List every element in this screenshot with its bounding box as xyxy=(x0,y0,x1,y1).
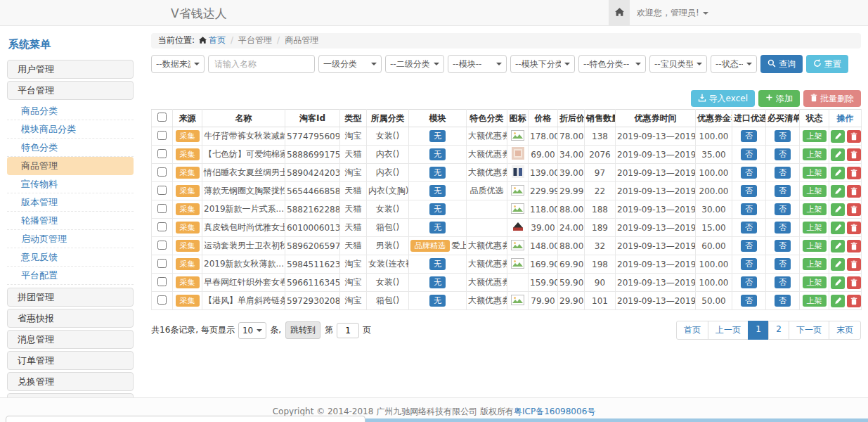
import-choice-toggle[interactable]: 否 xyxy=(741,295,757,307)
delete-button[interactable] xyxy=(847,295,861,307)
must-buy-toggle[interactable]: 否 xyxy=(775,240,791,252)
edit-button[interactable] xyxy=(831,295,845,307)
edit-button[interactable] xyxy=(831,203,845,216)
row-checkbox[interactable] xyxy=(157,204,167,213)
module-subcategory-select[interactable]: --模块下分类-- xyxy=(510,55,575,73)
must-buy-toggle[interactable]: 否 xyxy=(775,148,791,160)
status-toggle[interactable]: 上架 xyxy=(803,240,827,252)
import-choice-toggle[interactable]: 否 xyxy=(741,276,757,288)
import-choice-toggle[interactable]: 否 xyxy=(741,185,757,197)
edit-button[interactable] xyxy=(831,240,845,252)
page-button[interactable]: 1 xyxy=(748,321,769,340)
edit-button[interactable] xyxy=(831,276,845,289)
reset-button[interactable]: 重置 xyxy=(806,55,848,73)
import-choice-toggle[interactable]: 否 xyxy=(741,203,757,215)
import-excel-button[interactable]: 导入excel xyxy=(691,90,755,107)
must-buy-toggle[interactable]: 否 xyxy=(775,167,791,179)
edit-button[interactable] xyxy=(831,185,845,198)
sidebar-group-header[interactable]: 用户管理 xyxy=(7,60,134,79)
page-button[interactable]: 末页 xyxy=(829,321,861,340)
delete-button[interactable] xyxy=(847,185,861,198)
delete-button[interactable] xyxy=(847,203,861,216)
select-all-checkbox[interactable] xyxy=(157,113,167,122)
import-choice-toggle[interactable]: 否 xyxy=(741,130,757,142)
delete-button[interactable] xyxy=(847,258,861,271)
name-search-input[interactable] xyxy=(208,55,315,73)
row-checkbox[interactable] xyxy=(157,149,167,158)
import-choice-toggle[interactable]: 否 xyxy=(741,148,757,160)
level1-category-select[interactable]: 一级分类 xyxy=(318,55,382,73)
sidebar-group-header[interactable]: 平台管理 xyxy=(7,81,134,100)
status-toggle[interactable]: 上架 xyxy=(803,222,827,234)
icp-link[interactable]: 粤ICP备16098006号 xyxy=(514,407,595,416)
import-choice-toggle[interactable]: 否 xyxy=(741,240,757,252)
status-toggle[interactable]: 上架 xyxy=(803,276,827,288)
user-menu[interactable]: 欢迎您，管理员! xyxy=(637,0,708,25)
must-buy-toggle[interactable]: 否 xyxy=(775,222,791,234)
navbar-home-button[interactable] xyxy=(609,0,630,25)
feature-category-select[interactable]: --特色分类-- xyxy=(578,55,646,73)
page-button[interactable]: 首页 xyxy=(676,321,708,340)
jump-page-input[interactable] xyxy=(337,323,359,338)
status-toggle[interactable]: 上架 xyxy=(803,148,827,160)
module-select[interactable]: --模块-- xyxy=(448,55,507,73)
edit-button[interactable] xyxy=(831,130,845,143)
row-checkbox[interactable] xyxy=(157,295,167,305)
sidebar-item[interactable]: 商品分类 xyxy=(7,102,134,120)
sidebar-item[interactable]: 宣传物料 xyxy=(7,175,134,193)
status-toggle[interactable]: 上架 xyxy=(803,167,827,179)
status-toggle[interactable]: 上架 xyxy=(803,295,827,307)
page-button[interactable]: 上一页 xyxy=(708,321,749,340)
row-checkbox[interactable] xyxy=(157,167,167,177)
must-buy-toggle[interactable]: 否 xyxy=(775,130,791,142)
delete-button[interactable] xyxy=(847,130,861,143)
per-page-select[interactable]: 10 xyxy=(238,322,266,339)
edit-button[interactable] xyxy=(831,222,845,234)
item-type-select[interactable]: --宝贝类型-- xyxy=(649,55,707,73)
sidebar-item[interactable]: 版本管理 xyxy=(7,193,134,212)
row-checkbox[interactable] xyxy=(157,222,167,231)
sidebar-group-header[interactable]: 省惠快报 xyxy=(7,309,134,328)
delete-button[interactable] xyxy=(847,222,861,234)
sidebar-item[interactable]: 意见反馈 xyxy=(7,248,134,267)
delete-button[interactable] xyxy=(847,276,861,289)
jump-to-button[interactable]: 跳转到 xyxy=(285,321,320,339)
search-button[interactable]: 查询 xyxy=(760,55,803,73)
delete-button[interactable] xyxy=(847,240,861,252)
status-toggle[interactable]: 上架 xyxy=(803,130,827,142)
page-button[interactable]: 下一页 xyxy=(789,321,829,340)
sidebar-item[interactable]: 启动页管理 xyxy=(7,230,134,248)
must-buy-toggle[interactable]: 否 xyxy=(775,203,791,215)
must-buy-toggle[interactable]: 否 xyxy=(775,276,791,288)
page-button[interactable]: 2 xyxy=(768,321,789,340)
row-checkbox[interactable] xyxy=(157,241,167,250)
edit-button[interactable] xyxy=(831,258,845,271)
row-checkbox[interactable] xyxy=(157,131,167,140)
status-toggle[interactable]: 上架 xyxy=(803,203,827,215)
edit-button[interactable] xyxy=(831,148,845,161)
import-choice-toggle[interactable]: 否 xyxy=(741,222,757,234)
must-buy-toggle[interactable]: 否 xyxy=(775,185,791,197)
breadcrumb-home-link[interactable]: 首页 xyxy=(209,35,226,45)
sidebar-item[interactable]: 商品管理 xyxy=(7,157,134,175)
must-buy-toggle[interactable]: 否 xyxy=(775,295,791,307)
import-choice-toggle[interactable]: 否 xyxy=(741,167,757,179)
status-select[interactable]: --状态-- xyxy=(711,55,757,73)
must-buy-toggle[interactable]: 否 xyxy=(775,258,791,270)
row-checkbox[interactable] xyxy=(157,186,167,195)
edit-button[interactable] xyxy=(831,167,845,179)
sidebar-group-header[interactable]: 订单管理 xyxy=(7,351,134,370)
delete-button[interactable] xyxy=(847,167,861,179)
add-button[interactable]: 添加 xyxy=(758,90,800,107)
sidebar-item[interactable]: 平台配置 xyxy=(7,267,134,285)
data-source-select[interactable]: --数据来源-- xyxy=(151,55,205,73)
row-checkbox[interactable] xyxy=(157,259,167,268)
sidebar-group-header[interactable]: 消息管理 xyxy=(7,330,134,349)
row-checkbox[interactable] xyxy=(157,277,167,286)
status-toggle[interactable]: 上架 xyxy=(803,185,827,197)
import-choice-toggle[interactable]: 否 xyxy=(741,258,757,270)
sidebar-group-header[interactable]: 兑换管理 xyxy=(7,372,134,391)
delete-button[interactable] xyxy=(847,148,861,161)
status-toggle[interactable]: 上架 xyxy=(803,258,827,270)
level2-category-select[interactable]: --二级分类-- xyxy=(385,55,444,73)
